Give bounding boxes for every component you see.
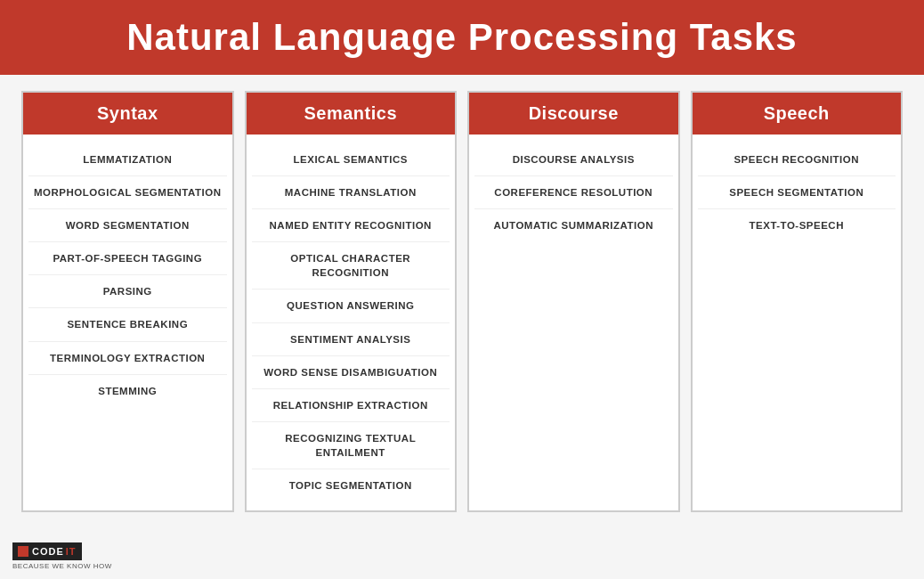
list-item: LEMMATIZATION (28, 143, 227, 176)
list-item: OPTICAL CHARACTER RECOGNITION (252, 242, 450, 290)
list-item: TEXT-TO-SPEECH (698, 209, 896, 241)
list-item: WORD SENSE DISAMBIGUATION (252, 356, 450, 389)
column-items-syntax: LEMMATIZATIONMORPHOLOGICAL SEGMENTATIONW… (23, 135, 232, 416)
list-item: SPEECH RECOGNITION (698, 143, 896, 176)
footer-logo: CODE IT (12, 542, 82, 560)
list-item: WORD SEGMENTATION (28, 209, 227, 242)
column-items-discourse: DISCOURSE ANALYSISCOREFERENCE RESOLUTION… (469, 135, 678, 250)
list-item: COREFERENCE RESOLUTION (474, 176, 673, 209)
page-wrapper: Natural Language Processing Tasks Syntax… (0, 0, 924, 512)
list-item: AUTOMATIC SUMMARIZATION (474, 209, 673, 241)
list-item: STEMMING (28, 375, 227, 407)
list-item: TOPIC SEGMENTATION (252, 469, 450, 502)
footer: CODE IT BECAUSE WE KNOW HOW (12, 542, 112, 570)
column-header-syntax: Syntax (23, 93, 232, 135)
list-item: MORPHOLOGICAL SEGMENTATION (28, 176, 227, 209)
footer-tagline: BECAUSE WE KNOW HOW (12, 562, 112, 570)
column-items-semantics: LEXICAL SEMANTICSMACHINE TRANSLATIONNAME… (247, 135, 456, 510)
column-speech: SpeechSPEECH RECOGNITIONSPEECH SEGMENTAT… (691, 91, 904, 512)
brand-accent-text: IT (66, 546, 77, 557)
page-title: Natural Language Processing Tasks (9, 16, 915, 59)
page-header: Natural Language Processing Tasks (0, 0, 924, 75)
list-item: TERMINOLOGY EXTRACTION (28, 342, 227, 375)
column-discourse: DiscourseDISCOURSE ANALYSISCOREFERENCE R… (467, 91, 680, 512)
column-semantics: SemanticsLEXICAL SEMANTICSMACHINE TRANSL… (245, 91, 458, 512)
column-syntax: SyntaxLEMMATIZATIONMORPHOLOGICAL SEGMENT… (21, 91, 234, 512)
list-item: SENTENCE BREAKING (28, 308, 227, 341)
red-square-icon (18, 546, 28, 557)
list-item: QUESTION ANSWERING (252, 290, 450, 322)
list-item: LEXICAL SEMANTICS (252, 143, 450, 176)
list-item: RECOGNIZING TEXTUAL ENTAILMENT (252, 422, 450, 469)
list-item: DISCOURSE ANALYSIS (474, 143, 673, 176)
footer-logo-box: CODE IT BECAUSE WE KNOW HOW (12, 542, 112, 570)
list-item: PART-OF-SPEECH TAGGING (28, 242, 227, 275)
column-header-speech: Speech (693, 93, 902, 135)
footer-logo-container: CODE IT (12, 542, 112, 560)
list-item: PARSING (28, 275, 227, 308)
list-item: RELATIONSHIP EXTRACTION (252, 389, 450, 422)
list-item: SENTIMENT ANALYSIS (252, 323, 450, 356)
columns-area: SyntaxLEMMATIZATIONMORPHOLOGICAL SEGMENT… (0, 75, 924, 512)
column-header-semantics: Semantics (247, 93, 456, 135)
brand-text: CODE (32, 546, 64, 557)
column-items-speech: SPEECH RECOGNITIONSPEECH SEGMENTATIONTEX… (693, 135, 902, 250)
list-item: SPEECH SEGMENTATION (698, 176, 896, 209)
list-item: NAMED ENTITY RECOGNITION (252, 209, 450, 242)
list-item: MACHINE TRANSLATION (252, 176, 450, 209)
column-header-discourse: Discourse (469, 93, 678, 135)
